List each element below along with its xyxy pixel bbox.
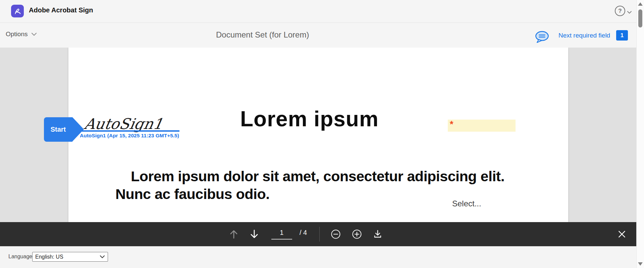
options-label: Options: [6, 30, 28, 38]
select-chevron-down-icon: [100, 255, 105, 259]
document-viewport: Start AutoSign1 AutoSign1 (Apr 15, 2025 …: [0, 48, 636, 246]
download-button[interactable]: [373, 229, 382, 239]
required-text-field[interactable]: *: [448, 120, 516, 132]
minus-circle-icon: [331, 229, 341, 239]
start-tab-label: Start: [51, 126, 66, 133]
language-bar: Language English: US: [0, 246, 636, 268]
scrollbar-down-arrow-icon[interactable]: [638, 262, 643, 266]
document-toolbar: Options Document Set (for Lorem) Next re…: [0, 23, 636, 48]
acrobat-logo: [11, 5, 24, 17]
previous-page-button[interactable]: [229, 229, 238, 239]
speech-bubble-icon: [534, 30, 550, 44]
arrow-up-icon: [229, 229, 238, 239]
plus-circle-icon: [352, 229, 362, 239]
signature-timestamp: AutoSign1 (Apr 15, 2025 11:23 GMT+5.5): [80, 133, 179, 139]
app-title: Adobe Acrobat Sign: [29, 6, 93, 14]
dropdown-field[interactable]: Select...: [452, 199, 481, 208]
signature-field[interactable]: AutoSign1 AutoSign1 (Apr 15, 2025 11:23 …: [77, 115, 184, 137]
required-count: 1: [621, 32, 624, 39]
next-required-field-link[interactable]: Next required field: [558, 32, 610, 39]
required-field-count-badge: 1: [616, 30, 628, 41]
help-chevron-down-icon[interactable]: [627, 9, 632, 15]
start-signing-tab[interactable]: Start: [44, 117, 72, 142]
document-page: [68, 48, 568, 246]
close-icon: [618, 230, 626, 239]
acrobat-sign-window: Adobe Acrobat Sign ? Options Document Se…: [0, 0, 644, 268]
document-set-title: Document Set (for Lorem): [216, 30, 309, 40]
vertical-scrollbar[interactable]: [636, 0, 644, 268]
acrobat-a-icon: [13, 7, 22, 15]
arrow-down-icon: [250, 229, 259, 239]
chevron-down-icon: [31, 32, 37, 36]
toolbar-divider: [319, 227, 320, 242]
required-asterisk: *: [450, 119, 453, 130]
page-number-group: / 4: [271, 229, 307, 240]
zoom-in-button[interactable]: [352, 229, 362, 239]
document-body-text: Lorem ipsum dolor sit amet, consectetur …: [115, 168, 513, 203]
document-heading: Lorem ipsum: [240, 107, 379, 131]
viewer-controls: / 4: [229, 227, 382, 242]
page-number-input[interactable]: [271, 229, 292, 240]
download-icon: [373, 229, 382, 239]
close-toolbar-button[interactable]: [618, 230, 626, 240]
zoom-out-button[interactable]: [331, 229, 341, 239]
signature-underline: [79, 130, 179, 132]
app-header: Adobe Acrobat Sign ?: [0, 0, 636, 23]
language-select[interactable]: English: US: [32, 252, 108, 262]
signature-script: AutoSign1: [83, 115, 164, 132]
scrollbar-thumb[interactable]: [638, 9, 642, 27]
options-menu-button[interactable]: Options: [6, 30, 37, 38]
next-page-button[interactable]: [250, 229, 259, 239]
language-label: Language: [8, 254, 32, 260]
question-mark-icon: ?: [618, 8, 622, 14]
comment-bubble-button[interactable]: [534, 30, 550, 45]
scrollbar-up-arrow-icon[interactable]: [638, 2, 643, 6]
help-button[interactable]: ?: [615, 6, 625, 16]
viewer-toolbar: / 4: [0, 222, 636, 246]
language-value: English: US: [35, 254, 63, 260]
page-total-label: / 4: [300, 229, 307, 240]
